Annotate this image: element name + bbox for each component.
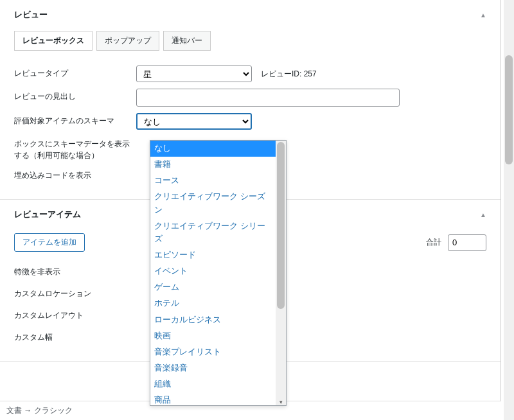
dropdown-option[interactable]: コース — [150, 173, 276, 189]
add-item-button[interactable]: アイテムを追加 — [14, 233, 85, 252]
label-review-heading: レビューの見出し — [14, 89, 136, 102]
tab-popup[interactable]: ポップアップ — [96, 31, 159, 51]
label-show-schema-data: ボックスにスキーマデータを表示する（利用可能な場合） — [14, 136, 136, 161]
select-schema[interactable]: なし — [136, 113, 252, 130]
dropdown-option[interactable]: 書籍 — [150, 157, 276, 173]
label-custom-layout: カスタムレイアウト — [14, 308, 136, 321]
dropdown-option[interactable]: 音楽プレイリスト — [150, 344, 276, 360]
review-id-text: レビューID: 257 — [261, 69, 317, 80]
dropdown-option[interactable]: 商品 — [150, 392, 276, 405]
total-input[interactable] — [448, 234, 486, 251]
tab-review-box[interactable]: レビューボックス — [14, 31, 93, 51]
section-title: レビュー — [14, 9, 48, 21]
dropdown-option[interactable]: 映画 — [150, 328, 276, 344]
collapse-icon: ▲ — [480, 12, 486, 19]
dropdown-option[interactable]: エピソード — [150, 247, 276, 263]
label-embed-code: 埋め込みコードを表示 — [14, 168, 136, 181]
dropdown-option[interactable]: イベント — [150, 263, 276, 279]
tab-notification-bar[interactable]: 通知バー — [163, 31, 211, 51]
select-review-type[interactable]: 星 — [136, 66, 252, 82]
dropdown-option[interactable]: 音楽録音 — [150, 360, 276, 376]
dropdown-option[interactable]: なし — [150, 141, 276, 157]
dropdown-option[interactable]: クリエイティブワーク シーズン — [150, 189, 276, 218]
page-scrollbar[interactable] — [504, 0, 514, 420]
collapse-icon: ▲ — [480, 211, 486, 218]
dropdown-option[interactable]: クリエイティブワーク シリーズ — [150, 218, 276, 247]
total-label: 合計 — [426, 237, 441, 248]
label-custom-width: カスタム幅 — [14, 329, 136, 343]
label-review-type: レビュータイプ — [14, 66, 136, 79]
dropdown-scrollbar[interactable]: ▴ ▾ — [276, 141, 286, 405]
schema-dropdown[interactable]: なし書籍コースクリエイティブワーク シーズンクリエイティブワーク シリーズエピソ… — [150, 140, 287, 406]
section-header-review[interactable]: レビュー ▲ — [0, 0, 501, 30]
dropdown-option[interactable]: ホテル — [150, 295, 276, 311]
dropdown-option[interactable]: ゲーム — [150, 279, 276, 295]
section-title: レビューアイテム — [14, 209, 81, 220]
label-hide-features: 特徴を非表示 — [14, 264, 136, 277]
label-schema: 評価対象アイテムのスキーマ — [14, 113, 136, 127]
label-custom-location: カスタムロケーション — [14, 286, 136, 299]
input-review-heading[interactable] — [136, 89, 400, 107]
dropdown-option[interactable]: ローカルビジネス — [150, 312, 276, 328]
dropdown-option[interactable]: 組織 — [150, 376, 276, 392]
